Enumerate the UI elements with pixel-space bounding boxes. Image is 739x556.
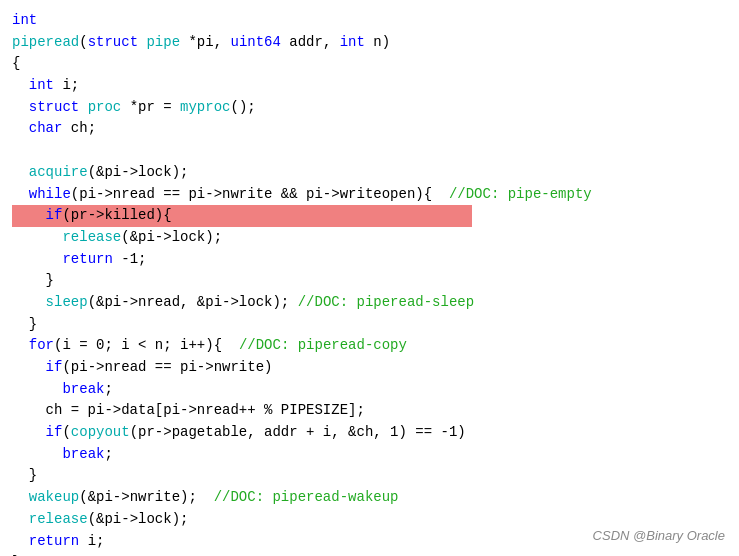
code-line-2: piperead(struct pipe *pi, uint64 addr, i… bbox=[12, 32, 727, 54]
code-line-3: { bbox=[12, 53, 727, 75]
watermark: CSDN @Binary Oracle bbox=[593, 526, 725, 546]
code-line-26: } bbox=[12, 552, 727, 556]
code-line-22: } bbox=[12, 465, 727, 487]
code-line-9: while(pi->nread == pi->nwrite && pi->wri… bbox=[12, 184, 727, 206]
code-line-6: char ch; bbox=[12, 118, 727, 140]
code-line-7 bbox=[12, 140, 727, 162]
highlighted-line: if(pr->killed){ bbox=[12, 205, 472, 227]
code-line-10: if(pr->killed){ bbox=[12, 205, 727, 227]
code-line-11: release(&pi->lock); bbox=[12, 227, 727, 249]
code-line-16: for(i = 0; i < n; i++){ //DOC: piperead-… bbox=[12, 335, 727, 357]
code-line-1: int bbox=[12, 10, 727, 32]
code-line-20: if(copyout(pr->pagetable, addr + i, &ch,… bbox=[12, 422, 727, 444]
code-line-4: int i; bbox=[12, 75, 727, 97]
code-container: int piperead(struct pipe *pi, uint64 add… bbox=[0, 0, 739, 556]
code-line-12: return -1; bbox=[12, 249, 727, 271]
code-line-15: } bbox=[12, 314, 727, 336]
code-line-8: acquire(&pi->lock); bbox=[12, 162, 727, 184]
code-line-19: ch = pi->data[pi->nread++ % PIPESIZE]; bbox=[12, 400, 727, 422]
keyword-int-1: int bbox=[12, 12, 37, 28]
code-line-21: break; bbox=[12, 444, 727, 466]
code-line-13: } bbox=[12, 270, 727, 292]
func-name: piperead bbox=[12, 34, 79, 50]
code-line-23: wakeup(&pi->nwrite); //DOC: piperead-wak… bbox=[12, 487, 727, 509]
code-line-17: if(pi->nread == pi->nwrite) bbox=[12, 357, 727, 379]
code-line-5: struct proc *pr = myproc(); bbox=[12, 97, 727, 119]
code-line-18: break; bbox=[12, 379, 727, 401]
code-line-14: sleep(&pi->nread, &pi->lock); //DOC: pip… bbox=[12, 292, 727, 314]
